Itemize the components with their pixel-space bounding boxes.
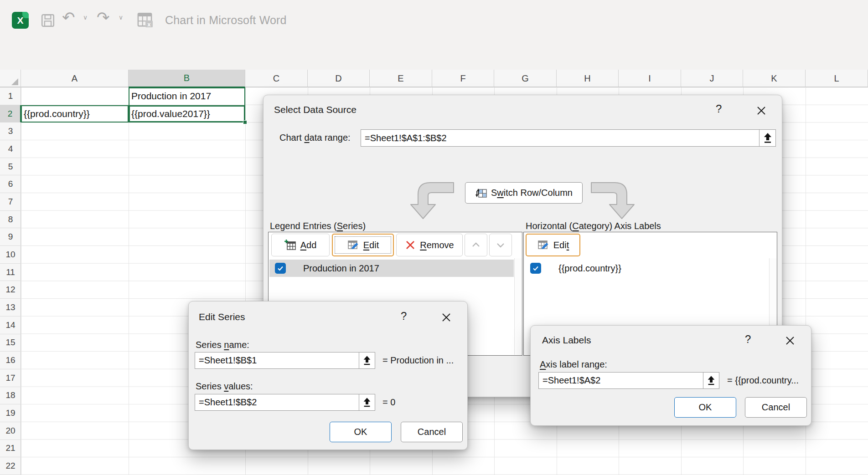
redo-icon[interactable]: ↷ <box>97 8 110 26</box>
row-header-21[interactable]: 21 <box>0 440 21 458</box>
dialog-title: Edit Series <box>199 312 245 322</box>
excel-logo-corner <box>22 12 29 18</box>
row-header-12[interactable]: 12 <box>0 281 21 299</box>
ok-button[interactable]: OK <box>330 422 392 442</box>
help-button[interactable]: ? <box>745 333 751 346</box>
close-icon[interactable] <box>756 105 767 116</box>
edit-series-button[interactable]: Edit <box>332 234 394 256</box>
range-picker-button[interactable] <box>359 394 375 411</box>
axis-labels-dialog: Axis Labels ? Axis label range: = {{prod… <box>530 325 811 426</box>
redo-dropdown-chevron-icon[interactable]: ∨ <box>119 14 123 21</box>
checkbox-checked-icon[interactable] <box>275 263 286 274</box>
select-all-corner[interactable] <box>0 70 21 87</box>
axis-label-text: {{prod.country}} <box>558 263 621 274</box>
row-header-22[interactable]: 22 <box>0 457 21 475</box>
range-picker-button[interactable] <box>703 372 719 389</box>
column-header-B[interactable]: B <box>129 70 245 87</box>
row-header-20[interactable]: 20 <box>0 422 21 440</box>
row-header-15[interactable]: 15 <box>0 334 21 352</box>
ok-button[interactable]: OK <box>674 397 736 418</box>
column-header-J[interactable]: J <box>681 70 743 87</box>
help-button[interactable]: ? <box>716 102 722 115</box>
close-icon[interactable] <box>785 335 796 346</box>
row-header-3[interactable]: 3 <box>0 123 21 140</box>
row-header-14[interactable]: 14 <box>0 317 21 334</box>
row-header-1[interactable]: 1 <box>0 87 21 105</box>
fill-handle[interactable] <box>243 120 247 124</box>
column-header-L[interactable]: L <box>806 70 868 87</box>
series-name-input[interactable] <box>195 352 375 369</box>
axis-label-row[interactable]: {{prod.country}} <box>525 260 769 277</box>
close-icon[interactable] <box>441 312 452 323</box>
undo-icon[interactable]: ↶ <box>62 8 75 26</box>
series-name-preview: = Production in ... <box>382 355 464 366</box>
svg-text:x: x <box>148 21 151 28</box>
cell-B1[interactable]: Production in 2017 <box>129 87 245 105</box>
horizontal-axis-labels-label: Horizontal (Category) Axis Labels <box>526 221 661 231</box>
chart-data-range-label: Chart data range: <box>279 133 351 143</box>
row-header-18[interactable]: 18 <box>0 387 21 405</box>
row-header-10[interactable]: 10 <box>0 246 21 264</box>
move-up-button[interactable] <box>465 234 487 256</box>
column-header-K[interactable]: K <box>743 70 806 87</box>
legend-entry-label: Production in 2017 <box>303 263 379 274</box>
row-header-11[interactable]: 11 <box>0 264 21 281</box>
row-header-9[interactable]: 9 <box>0 228 21 246</box>
column-header-F[interactable]: F <box>432 70 494 87</box>
row-header-2[interactable]: 2 <box>0 105 21 123</box>
chart-data-range-input[interactable] <box>361 129 776 147</box>
select-all-triangle-icon <box>11 78 18 85</box>
row-header-5[interactable]: 5 <box>0 158 21 176</box>
edit-axis-labels-button[interactable]: Edit <box>526 234 580 256</box>
curved-arrow-right-icon <box>590 182 641 220</box>
edit-table-icon <box>347 239 359 251</box>
range-picker-button[interactable] <box>359 352 375 369</box>
edit-button-label: Edit <box>363 240 379 250</box>
checkbox-checked-icon[interactable] <box>530 263 541 274</box>
axis-label-range-input[interactable] <box>538 372 719 389</box>
add-button-label: Add <box>300 240 317 250</box>
row-header-19[interactable]: 19 <box>0 404 21 422</box>
cancel-button[interactable]: Cancel <box>401 422 463 442</box>
row-header-6[interactable]: 6 <box>0 175 21 193</box>
gridline-vertical <box>129 87 129 475</box>
legend-list-scrollbar[interactable] <box>514 258 522 355</box>
switch-row-column-icon <box>475 187 487 199</box>
excel-logo-icon[interactable]: X <box>12 12 29 29</box>
row-header-7[interactable]: 7 <box>0 193 21 211</box>
row-header-16[interactable]: 16 <box>0 352 21 369</box>
row-header-17[interactable]: 17 <box>0 369 21 387</box>
help-button[interactable]: ? <box>401 310 407 322</box>
switch-row-column-button[interactable]: Switch Row/Column <box>465 182 583 204</box>
chart-in-word-sheet-icon[interactable]: x <box>137 12 154 28</box>
column-header-E[interactable]: E <box>370 70 432 87</box>
column-header-H[interactable]: H <box>557 70 619 87</box>
series-values-preview: = 0 <box>382 397 451 408</box>
chevron-up-icon <box>470 240 481 250</box>
cancel-button[interactable]: Cancel <box>745 397 807 418</box>
range-picker-button[interactable] <box>759 129 776 147</box>
column-header-I[interactable]: I <box>619 70 681 87</box>
remove-series-button[interactable]: Remove <box>396 234 463 256</box>
column-header-D[interactable]: D <box>308 70 370 87</box>
series-values-input[interactable] <box>195 394 375 411</box>
collapse-dialog-arrow-icon <box>362 355 372 366</box>
row-header-8[interactable]: 8 <box>0 211 21 229</box>
cell-B2[interactable]: {{prod.value2017}} <box>129 105 245 123</box>
axis-range-preview: = {{prod.country... <box>727 375 807 386</box>
legend-entry-row[interactable]: Production in 2017 <box>269 260 514 277</box>
undo-dropdown-chevron-icon[interactable]: ∨ <box>83 14 88 21</box>
row-header-4[interactable]: 4 <box>0 140 21 158</box>
move-down-button[interactable] <box>489 234 512 256</box>
column-header-G[interactable]: G <box>494 70 557 87</box>
row-header-13[interactable]: 13 <box>0 299 21 317</box>
axis-label-range-label: Axis label range: <box>540 359 607 370</box>
window-title: Chart in Microsoft Word <box>165 14 287 27</box>
series-values-label: Series values: <box>196 381 253 392</box>
column-header-C[interactable]: C <box>245 70 308 87</box>
add-series-button[interactable]: Add <box>271 234 330 256</box>
cell-A2[interactable]: {{prod.country}} <box>21 105 129 123</box>
column-headers: ABCDEFGHIJKL <box>0 70 868 87</box>
column-header-A[interactable]: A <box>21 70 129 87</box>
save-icon[interactable] <box>40 13 56 28</box>
